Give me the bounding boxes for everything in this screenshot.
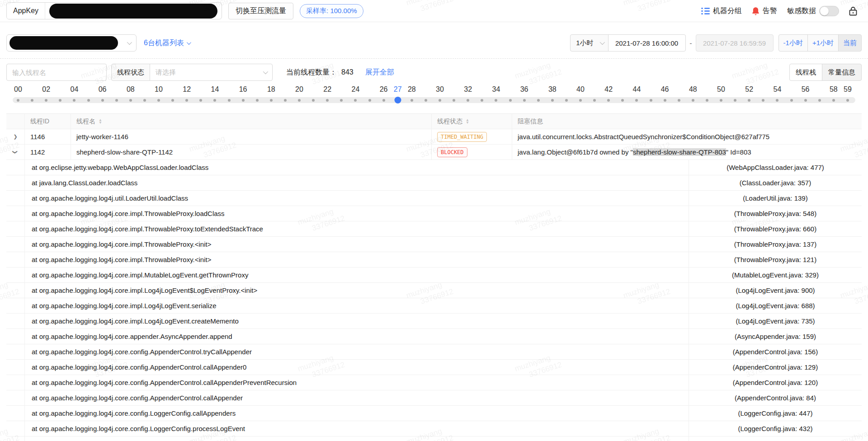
stack-location-text: (ThrowableProxy.java: 137) [689,237,862,252]
timeline-dot[interactable] [228,99,231,102]
timeline-dot[interactable] [846,99,849,102]
timeline-dot[interactable] [537,99,540,102]
timeline-dot[interactable] [199,99,202,102]
stack-location-text: (ClassLoader.java: 357) [689,175,862,190]
sort-icon[interactable]: ▲▼ [466,119,469,124]
timeline-dot[interactable] [551,99,554,102]
timeline-dot[interactable] [692,99,694,102]
time-range-select[interactable]: 1小时 [570,34,608,52]
timeline-dot[interactable] [101,99,104,102]
timeline-dot[interactable] [115,99,118,102]
timeline-dot[interactable] [509,99,512,102]
app-name-redacted [9,36,118,50]
timeline-dot[interactable] [73,99,75,102]
timeline-dot[interactable] [579,99,582,102]
timeline-dot[interactable] [59,99,61,102]
timeline-dot[interactable] [467,99,469,102]
now-button[interactable]: 当前 [838,34,862,52]
sensitive-data-toggle[interactable] [819,6,839,16]
collapse-row-icon[interactable]: ❯ [13,150,19,154]
thread-name-input[interactable] [6,64,107,81]
timeline-dot[interactable] [171,99,174,102]
timeline-dot[interactable] [818,99,821,102]
timeline-dot[interactable] [87,99,90,102]
timeline-dot[interactable] [312,99,315,102]
view-thread-stack-button[interactable]: 线程栈 [789,64,822,81]
status-badge: BLOCKED [437,147,467,157]
timeline-dot[interactable] [790,99,793,102]
highlighted-owner-thread: shepherd-slow-share-QTP-803 [633,148,726,156]
plus-1h-button[interactable]: +1小时 [807,34,839,52]
timeline-dot[interactable] [326,99,329,102]
appkey-value-redacted[interactable] [49,4,217,19]
timeline-dot[interactable] [734,99,736,102]
timeline-dot[interactable] [425,99,427,102]
alarm-button[interactable]: 告警 [752,6,777,16]
timeline-dot[interactable] [650,99,652,102]
timeline-dot[interactable] [242,99,245,102]
timeline-dot[interactable] [748,99,750,102]
timeline-dot[interactable] [635,99,638,102]
table-header-row: 线程ID 线程名 ▲▼ 线程状态 ▲▼ 阻塞信息 [6,114,862,129]
timeline-dot[interactable] [157,99,160,102]
thread-name: jetty-worker-1146 [71,129,432,144]
timeline-dot[interactable] [607,99,610,102]
timeline-dot-selected[interactable] [394,97,401,103]
timeline-dot[interactable] [776,99,778,102]
sort-icon[interactable]: ▲▼ [99,119,102,124]
switch-traffic-button[interactable]: 切换至压测流量 [228,3,293,19]
app-select[interactable] [6,34,137,52]
timeline-label: 24 [351,85,359,94]
expand-row-icon[interactable]: ❯ [13,134,17,140]
timeline-dot[interactable] [143,99,146,102]
timeline-dot[interactable] [495,99,497,102]
thread-table: 线程ID 线程名 ▲▼ 线程状态 ▲▼ 阻塞信息 ❯ 1146 jetty-wo… [6,113,862,441]
stack-location-text: (Log4jLogEvent.java: 735) [689,314,862,328]
sensitive-data-label: 敏感数据 [787,6,816,16]
minus-1h-button[interactable]: -1小时 [778,34,808,52]
timeline-dot[interactable] [382,99,385,102]
timeline-dot[interactable] [664,99,666,102]
stack-indent-cell [6,344,25,359]
timeline-dot[interactable] [593,99,596,102]
sensitive-data-group: 敏感数据 [787,6,839,16]
timeline-dot[interactable] [256,99,259,102]
timeline-dot[interactable] [621,99,624,102]
timeline-dot[interactable] [762,99,764,102]
timeline-label: 16 [239,85,247,94]
timeline-dot[interactable] [832,99,835,102]
timeline-dot[interactable] [129,99,132,102]
timeline-dot[interactable] [17,99,19,102]
timeline-dot[interactable] [565,99,568,102]
timeline-dot[interactable] [720,99,722,102]
thread-name: shepherd-slow-share-QTP-1142 [71,145,432,160]
chevron-down-icon [187,40,191,45]
timeline-dot[interactable] [45,99,47,102]
timeline-dot[interactable] [804,99,807,102]
timeline-dot[interactable] [31,99,33,102]
timeline-dot[interactable] [213,99,216,102]
timeline-dot[interactable] [439,99,441,102]
timeline-dot[interactable] [284,99,287,102]
lock-icon[interactable] [849,6,857,16]
timeline-dot[interactable] [523,99,526,102]
timeline-dot[interactable] [481,99,483,102]
timeline-label: 40 [576,85,585,94]
timeline-dot[interactable] [270,99,273,102]
timeline-dot[interactable] [678,99,680,102]
thread-state-select[interactable]: 请选择 [150,64,273,81]
timeline-dot[interactable] [298,99,301,102]
machine-group-button[interactable]: 机器分组 [701,6,742,16]
timeline-dot[interactable] [185,99,188,102]
view-const-info-button[interactable]: 常量信息 [822,64,862,81]
expand-all-link[interactable]: 展开全部 [365,68,394,77]
timeline-dot[interactable] [410,99,413,102]
timeline-dot[interactable] [453,99,455,102]
timeline-dot[interactable] [354,99,357,102]
timeline-dot[interactable] [340,99,343,102]
timeline-track[interactable] [13,97,855,103]
start-time-input[interactable] [608,34,686,52]
machine-list-link[interactable]: 6台机器列表 [144,38,190,48]
timeline-dot[interactable] [368,99,371,102]
timeline-dot[interactable] [706,99,708,102]
